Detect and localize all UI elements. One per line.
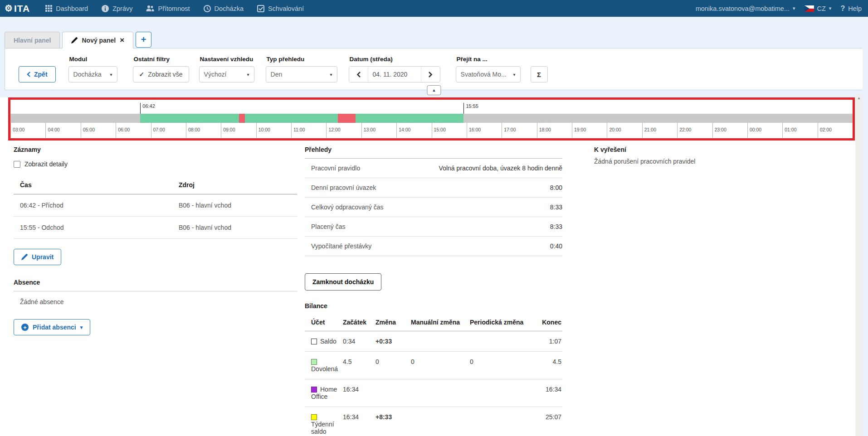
cz-flag-icon — [805, 5, 814, 12]
date-input[interactable]: 04. 11. 2020 — [368, 67, 421, 82]
zaznamy-table: Čas Zdroj 06:42 - Příchod B06 - hlavní v… — [14, 177, 297, 239]
prev-day-button[interactable] — [349, 67, 368, 82]
summary-row: Placený čas 8:33 — [305, 217, 562, 237]
nav-item-dashboard[interactable]: Dashboard — [45, 5, 88, 12]
account-color-checkbox[interactable] — [311, 359, 317, 365]
language-menu[interactable]: CZ ▾ — [805, 5, 832, 12]
summary-row: Vypočítané přestávky 0:40 — [305, 237, 562, 256]
account-color-checkbox[interactable] — [311, 387, 317, 392]
summary-value: 0:40 — [550, 242, 562, 250]
timeline-tick: 17:00 — [502, 123, 536, 138]
marker-time-label: 06:42 — [142, 103, 155, 109]
vzhled-label: Nastavení vzhledu — [200, 56, 254, 63]
summary-row: Celkový odpracovaný čas 8:33 — [305, 198, 562, 217]
column-header-zmena: Změna — [375, 315, 411, 331]
caret-down-icon: ▾ — [110, 72, 112, 77]
cell-zacatek: 0:34 — [343, 331, 375, 352]
chevron-down-icon: ▾ — [793, 5, 795, 11]
edit-button[interactable]: Upravit — [14, 249, 61, 265]
tab-hlavni-panel[interactable]: Hlavní panel — [5, 32, 60, 48]
collapse-toolbar-button[interactable]: ▲ — [427, 85, 441, 95]
zobrazit-vse-button[interactable]: ✓ Zobrazit vše — [133, 66, 189, 82]
absence-empty-text: Žádné absence — [14, 291, 297, 305]
filtry-label: Ostatní filtry — [134, 56, 189, 63]
people-icon — [146, 5, 154, 12]
user-menu[interactable]: monika.svatonova@mobatime... ▾ — [696, 5, 795, 12]
chevron-down-icon: ▾ — [829, 5, 832, 11]
table-row: Dovolená 4.5 0 0 0 4.5 — [305, 352, 562, 379]
sum-button[interactable]: Σ — [531, 66, 548, 82]
summary-label: Pracovní pravidlo — [305, 165, 360, 172]
nav-item-zpravy[interactable]: Zprávy — [102, 5, 132, 12]
checkbox-icon[interactable] — [14, 161, 20, 168]
summary-row: Denní pracovní úvazek 8:00 — [305, 178, 562, 198]
back-label: Zpět — [34, 71, 48, 78]
zaznamy-title: Záznamy — [14, 146, 297, 153]
lock-attendance-button[interactable]: Zamknout docházku — [305, 273, 381, 291]
prejit-na-select[interactable]: Svatoňová Mo... ▾ — [456, 66, 521, 82]
question-mark-icon: ? — [840, 5, 845, 13]
timeline-marker-end: 15:55 — [463, 103, 464, 114]
nav-item-pritomnost[interactable]: Přítomnost — [146, 5, 190, 12]
column-header-cas: Čas — [14, 177, 172, 194]
timeline-bar — [10, 114, 853, 123]
timeline-marker-start: 06:42 — [140, 103, 141, 114]
nav-item-schvalovani[interactable]: Schvalování — [257, 5, 304, 12]
timeline-tick: 15:00 — [432, 123, 467, 138]
summary-label: Denní pracovní úvazek — [305, 184, 376, 191]
modul-value: Docházka — [73, 71, 102, 78]
page-margin — [863, 17, 868, 436]
kvyreseni-text: Žádná porušení pracovních pravidel — [594, 158, 839, 165]
next-day-button[interactable] — [421, 67, 440, 82]
caret-down-icon: ▾ — [80, 325, 83, 330]
cell-konec: 25:07 — [536, 407, 562, 436]
account-color-checkbox[interactable] — [311, 339, 317, 344]
modul-select[interactable]: Docházka ▾ — [68, 66, 117, 82]
main-nav: Dashboard Zprávy Přítomnost Docházka Sch… — [45, 5, 304, 12]
timeline-highlight-box: 06:42 15:55 03:00 04:00 05:00 06:00 07:0… — [8, 97, 855, 140]
timeline-tick: 02:00 — [818, 123, 853, 138]
timeline-tick: 04:00 — [45, 123, 80, 138]
add-absence-button[interactable]: + Přidat absenci ▾ — [14, 319, 90, 335]
tab-label: Nový panel — [82, 37, 116, 44]
timeline-tick: 21:00 — [642, 123, 677, 138]
table-row: 06:42 - Příchod B06 - hlavní vchod — [14, 194, 297, 217]
cell-zacatek: 16:34 — [343, 407, 375, 436]
prejit-value: Svatoňová Mo... — [461, 71, 507, 78]
timeline-segment-break — [338, 114, 356, 123]
table-row: Týdenní saldo 16:34 +8:33 25:07 — [305, 407, 562, 436]
account-color-checkbox[interactable] — [311, 414, 317, 420]
app-logo[interactable]: ⚙ ITA — [5, 3, 30, 14]
cell-manualni — [411, 407, 470, 436]
marker-time-label: 15:55 — [466, 103, 478, 109]
summary-row: Pracovní pravidlo Volná pracovní doba, ú… — [305, 159, 562, 178]
help-label: Help — [848, 5, 862, 12]
kvyreseni-title: K vyřešení — [594, 146, 839, 153]
vzhled-select[interactable]: Výchozí ▾ — [199, 66, 254, 82]
cell-periodicka: 0 — [470, 352, 536, 379]
show-details-checkbox-row[interactable]: Zobrazit detaily — [14, 160, 297, 168]
help-menu[interactable]: ? Help — [840, 5, 862, 13]
vertical-scrollbar[interactable]: ▲ — [855, 94, 863, 436]
table-row: 15:55 - Odchod B06 - hlavní vchod — [14, 217, 297, 239]
tab-novy-panel[interactable]: Nový panel × — [62, 32, 133, 48]
typ-prehledu-select[interactable]: Den ▾ — [266, 66, 337, 82]
close-icon[interactable]: × — [120, 36, 124, 45]
timeline-tick: 09:00 — [221, 123, 256, 138]
timeline-tick: 01:00 — [782, 123, 817, 138]
tab-label: Hlavní panel — [14, 37, 51, 44]
timeline-segment-break — [239, 114, 245, 123]
add-panel-button[interactable]: + — [136, 32, 151, 48]
nav-label: Dashboard — [56, 5, 88, 12]
back-button[interactable]: Zpět — [19, 66, 56, 82]
nav-label: Docházka — [215, 5, 244, 12]
scroll-up-arrow-icon[interactable]: ▲ — [855, 94, 863, 100]
table-row: Home Office 16:34 16:34 — [305, 379, 562, 407]
prehledy-section: Přehledy Pracovní pravidlo Volná pracovn… — [305, 146, 562, 436]
chevron-up-icon: ▲ — [432, 88, 436, 92]
nav-item-dochazka[interactable]: Docházka — [204, 5, 244, 12]
column-header-konec: Konec — [536, 315, 562, 331]
cell-konec: 16:34 — [536, 379, 562, 407]
plus-circle-icon: + — [21, 324, 29, 331]
summary-label: Vypočítané přestávky — [305, 242, 371, 250]
